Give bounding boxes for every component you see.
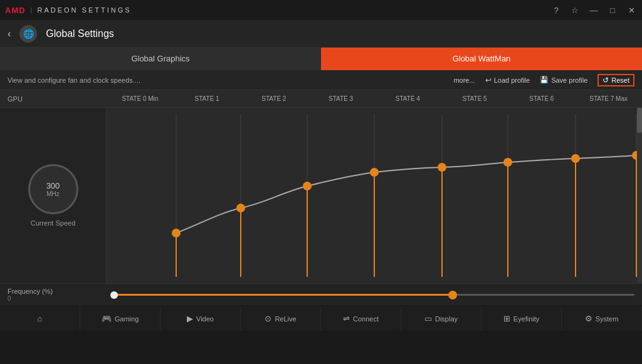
gpu-column-header: GPU bbox=[0, 90, 107, 107]
amd-logo: AMD bbox=[5, 6, 26, 15]
scrollbar-thumb[interactable] bbox=[637, 108, 642, 133]
state-6-label: STATE 6 bbox=[508, 90, 576, 107]
eyefinity-icon: ⊞ bbox=[503, 314, 510, 323]
svg-point-19 bbox=[370, 168, 379, 177]
reset-icon: ↺ bbox=[603, 76, 609, 85]
state-columns: STATE 0 Min STATE 1 STATE 2 STATE 3 STAT… bbox=[107, 90, 642, 107]
gaming-icon: 🎮 bbox=[102, 314, 112, 323]
relive-icon: ⊙ bbox=[265, 314, 271, 323]
video-label: Video bbox=[196, 315, 214, 323]
svg-point-17 bbox=[236, 204, 245, 212]
gauge-label: Current Speed bbox=[31, 219, 76, 227]
toolbar-actions: more... ↩ Load profile 💾 Save profile ↺ … bbox=[453, 74, 634, 86]
nav-home[interactable]: ⌂ bbox=[0, 306, 80, 331]
nav-system[interactable]: ⚙ System bbox=[562, 306, 642, 331]
connect-label: Connect bbox=[353, 315, 379, 323]
more-button[interactable]: more... bbox=[453, 76, 475, 84]
maximize-button[interactable]: □ bbox=[607, 4, 618, 16]
state-labels-row: GPU STATE 0 Min STATE 1 STATE 2 STATE 3 … bbox=[0, 90, 642, 108]
tabs-container: Global Graphics Global WattMan bbox=[0, 48, 642, 70]
slider-fill bbox=[114, 294, 453, 296]
display-icon: ▭ bbox=[424, 314, 432, 323]
state-1-label: STATE 1 bbox=[174, 90, 241, 107]
state-2-label: STATE 2 bbox=[241, 90, 308, 107]
more-label: more... bbox=[453, 76, 475, 84]
slider-thumb[interactable] bbox=[448, 291, 457, 299]
slider-start-thumb[interactable] bbox=[110, 291, 118, 299]
save-profile-icon: 💾 bbox=[540, 76, 549, 84]
nav-video[interactable]: ▶ Video bbox=[160, 306, 241, 331]
close-button[interactable]: ✕ bbox=[626, 4, 637, 16]
gauge-value: 300 bbox=[46, 181, 60, 190]
save-profile-label: Save profile bbox=[551, 76, 587, 84]
navbar: ‹ 🌐 Global Settings bbox=[0, 20, 642, 48]
slider-track bbox=[114, 294, 634, 296]
state-3-label: STATE 3 bbox=[307, 90, 374, 107]
save-profile-button[interactable]: 💾 Save profile bbox=[540, 76, 587, 84]
home-icon: ⌂ bbox=[38, 314, 43, 323]
separator: | bbox=[31, 6, 33, 14]
gaming-label: Gaming bbox=[115, 315, 139, 323]
connect-icon: ⇌ bbox=[343, 314, 350, 323]
toolbar: View and configure fan and clock speeds.… bbox=[0, 70, 642, 90]
minimize-button[interactable]: — bbox=[588, 4, 599, 16]
relive-label: ReLive bbox=[275, 315, 296, 323]
svg-point-16 bbox=[172, 229, 181, 237]
system-label: System bbox=[596, 315, 619, 323]
tab-global-graphics[interactable]: Global Graphics bbox=[0, 48, 321, 70]
video-icon: ▶ bbox=[187, 314, 193, 323]
main-content: 300 MHz Current Speed bbox=[0, 108, 642, 283]
svg-point-20 bbox=[438, 163, 446, 172]
gauge-unit: MHz bbox=[46, 190, 60, 197]
nav-gaming[interactable]: 🎮 Gaming bbox=[80, 306, 160, 331]
speed-gauge: 300 MHz bbox=[28, 164, 78, 214]
eyefinity-label: Eyefinity bbox=[513, 315, 540, 323]
system-icon: ⚙ bbox=[585, 314, 592, 323]
frequency-slider[interactable] bbox=[114, 289, 634, 301]
display-label: Display bbox=[435, 315, 458, 323]
chart-container[interactable] bbox=[107, 108, 642, 283]
toolbar-description: View and configure fan and clock speeds.… bbox=[8, 76, 453, 84]
state-5-label: STATE 5 bbox=[441, 90, 508, 107]
titlebar-left: AMD | RADEON SETTINGS bbox=[5, 6, 132, 15]
help-button[interactable]: ? bbox=[550, 4, 562, 16]
frequency-label: Frequency (%) 0 bbox=[8, 288, 114, 302]
state-7-label: STATE 7 Max bbox=[575, 90, 642, 107]
left-panel: 300 MHz Current Speed bbox=[0, 108, 107, 283]
tab-global-wattman[interactable]: Global WattMan bbox=[321, 48, 642, 70]
reset-button[interactable]: ↺ Reset bbox=[597, 74, 634, 86]
titlebar: AMD | RADEON SETTINGS ? ☆ — □ ✕ bbox=[0, 0, 642, 20]
star-button[interactable]: ☆ bbox=[569, 4, 581, 16]
page-title: Global Settings bbox=[46, 28, 114, 39]
back-button[interactable]: ‹ bbox=[8, 28, 11, 39]
reset-label: Reset bbox=[611, 76, 629, 84]
svg-point-18 bbox=[303, 182, 312, 190]
frequency-bar: Frequency (%) 0 bbox=[0, 283, 642, 306]
globe-icon: 🌐 bbox=[19, 25, 37, 43]
bottom-navigation: ⌂ 🎮 Gaming ▶ Video ⊙ ReLive ⇌ Connect ▭ … bbox=[0, 306, 642, 331]
svg-point-22 bbox=[571, 154, 580, 163]
nav-connect[interactable]: ⇌ Connect bbox=[321, 306, 401, 331]
load-profile-icon: ↩ bbox=[485, 76, 492, 85]
svg-point-21 bbox=[503, 158, 512, 167]
scrollbar[interactable] bbox=[637, 108, 642, 283]
titlebar-controls: ? ☆ — □ ✕ bbox=[550, 4, 637, 16]
wattman-chart bbox=[107, 108, 642, 283]
nav-relive[interactable]: ⊙ ReLive bbox=[241, 306, 321, 331]
state-0-label: STATE 0 Min bbox=[107, 90, 174, 107]
nav-eyefinity[interactable]: ⊞ Eyefinity bbox=[482, 306, 562, 331]
state-4-label: STATE 4 bbox=[374, 90, 441, 107]
load-profile-button[interactable]: ↩ Load profile bbox=[485, 76, 530, 85]
nav-display[interactable]: ▭ Display bbox=[401, 306, 482, 331]
load-profile-label: Load profile bbox=[494, 76, 530, 84]
product-name: RADEON SETTINGS bbox=[37, 6, 131, 14]
